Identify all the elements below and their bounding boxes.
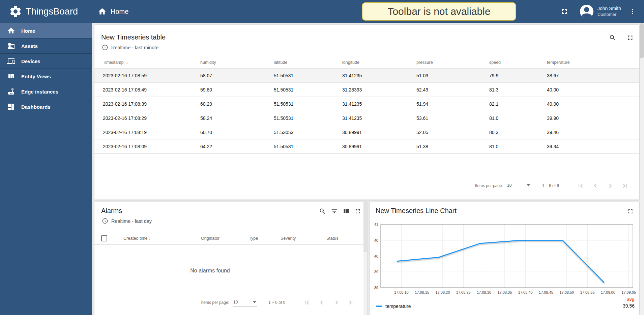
alarms-scrollbar[interactable] <box>363 202 367 315</box>
scrollbar-thumb[interactable] <box>363 202 367 252</box>
table-row[interactable]: 2023-02-16 17:08:5958.0751.5053131.41235… <box>94 69 639 83</box>
last-page-icon <box>347 298 355 307</box>
line-chart-widget: New Timeseries Line Chart 17:08:1017:08:… <box>370 202 639 315</box>
widget-title: New Timeseries table <box>101 33 166 41</box>
next-page-button[interactable] <box>603 179 618 192</box>
table-cell: 2023-02-16 17:08:29 <box>103 115 200 121</box>
y-tick-label: 39 <box>374 270 378 274</box>
filter-button[interactable] <box>331 208 338 215</box>
fullscreen-icon <box>626 34 634 42</box>
table-cell: 2023-02-16 17:08:19 <box>103 130 200 135</box>
table-cell: 39.34 <box>547 144 639 149</box>
column-header-created-time[interactable]: Created time ↓ <box>123 232 151 245</box>
first-page-button[interactable] <box>299 296 314 309</box>
table-cell: 60.70 <box>200 130 274 135</box>
column-header-type[interactable]: Type <box>249 232 258 245</box>
timewindow[interactable]: Realtime - last minute <box>102 44 158 51</box>
table-cell: 52.49 <box>416 87 489 93</box>
more-menu-button[interactable] <box>628 7 637 16</box>
table-cell: 53.61 <box>416 115 489 121</box>
fullscreen-button[interactable] <box>626 34 634 42</box>
column-header-status[interactable]: Status <box>326 232 338 245</box>
alarms-widget: Alarms Realtime - last day Created time … <box>94 202 367 315</box>
previous-page-icon <box>591 182 599 190</box>
column-header-latitude[interactable]: latitude <box>274 60 342 65</box>
previous-page-button[interactable] <box>314 296 329 309</box>
timewindow[interactable]: Realtime - last day <box>102 218 152 224</box>
thingsboard-logo-icon <box>9 5 22 18</box>
select-all-checkbox[interactable] <box>101 235 107 241</box>
search-button[interactable] <box>319 208 326 215</box>
table-cell: 51.94 <box>416 101 489 107</box>
last-page-icon <box>621 182 629 190</box>
table-paginator: Items per page: 10 1 – 6 of 6 <box>94 176 639 195</box>
table-row[interactable]: 2023-02-16 17:08:4959.8051.5053131.28393… <box>94 83 639 97</box>
next-page-button[interactable] <box>329 296 344 309</box>
table-cell: 31.41235 <box>342 101 416 107</box>
sidebar-item-assets[interactable]: Assets <box>0 38 92 53</box>
column-header-speed[interactable]: speed <box>489 60 547 65</box>
y-tick-label: 40 <box>374 254 378 258</box>
table-row[interactable]: 2023-02-16 17:08:2958.2451.5053131.41235… <box>94 111 639 125</box>
columns-button[interactable] <box>343 208 350 215</box>
column-header-pressure[interactable]: pressure <box>416 60 489 65</box>
table-cell: 52.05 <box>416 130 489 135</box>
avatar[interactable] <box>580 5 593 18</box>
legend-avg-header: avg <box>627 297 635 302</box>
items-per-page-select[interactable]: 10 <box>506 181 531 190</box>
sidebar-item-edge-instances[interactable]: Edge instances <box>0 84 92 99</box>
table-cell: 51.50531 <box>274 73 342 78</box>
first-page-button[interactable] <box>573 179 588 192</box>
legend-series-temperature[interactable]: temperature <box>376 304 411 309</box>
sidebar-item-label: Entity Views <box>21 74 51 79</box>
thingsboard-app: ThingsBoard HomeAssetsDevicesEntity View… <box>0 0 644 315</box>
table-cell: 51.50531 <box>274 101 342 107</box>
y-tick-label: 39 <box>374 286 378 290</box>
sort-desc-icon: ↓ <box>126 60 128 65</box>
table-row[interactable]: 2023-02-16 17:08:1960.7051.5305330.89991… <box>94 125 639 139</box>
search-button[interactable] <box>609 34 616 42</box>
sidebar-item-label: Dashboards <box>21 104 51 110</box>
column-header-temperature[interactable]: temperature <box>547 60 639 65</box>
table-cell: 81.3 <box>489 87 547 93</box>
logo: ThingsBoard <box>0 0 92 23</box>
sidebar-item-dashboards[interactable]: Dashboards <box>0 99 92 114</box>
column-header-severity[interactable]: Severity <box>281 232 296 245</box>
page-title: Home <box>111 8 128 16</box>
toolbar-unavailable-banner: Toolbar is not avaliable <box>362 2 516 21</box>
column-header-timestamp[interactable]: Timestamp↓ <box>103 60 200 65</box>
table-cell: 51.50531 <box>274 87 342 93</box>
table-row[interactable]: 2023-02-16 17:08:3960.2951.5053131.41235… <box>94 97 639 111</box>
column-header-longitude[interactable]: longitude <box>342 60 416 65</box>
last-page-button[interactable] <box>618 179 633 192</box>
fullscreen-button[interactable] <box>354 208 361 215</box>
items-per-page-select[interactable]: 10 <box>233 298 257 307</box>
user-role: Customer <box>597 12 621 17</box>
sidebar-item-entity-views[interactable]: Entity Views <box>0 69 92 84</box>
alarms-header-row: Created time ↓OriginatorTypeSeverityStat… <box>94 232 363 245</box>
scrollbar-thumb[interactable] <box>640 23 644 58</box>
first-page-icon <box>303 298 311 307</box>
last-page-button[interactable] <box>344 296 359 309</box>
app-title: ThingsBoard <box>26 6 78 17</box>
table-cell: 64.22 <box>200 144 274 149</box>
table-cell: 51.38 <box>416 144 489 149</box>
x-tick-label: 17:08:30 <box>477 290 491 294</box>
legend-avg-value: 39.56 <box>623 303 635 309</box>
search-icon <box>319 208 326 215</box>
user-block[interactable]: John Smith Customer <box>597 6 621 17</box>
page-scrollbar[interactable] <box>640 23 644 315</box>
x-tick-label: 17:08:45 <box>539 290 553 294</box>
column-header-originator[interactable]: Originator <box>201 232 219 245</box>
column-header-humidity[interactable]: humidity <box>200 60 274 65</box>
home-icon <box>98 7 107 16</box>
series-color-swatch <box>376 306 382 307</box>
x-tick-label: 17:08:40 <box>518 290 533 294</box>
sidebar-item-devices[interactable]: Devices <box>0 53 92 69</box>
previous-page-button[interactable] <box>588 179 603 192</box>
sidebar-item-home[interactable]: Home <box>0 23 92 38</box>
table-row[interactable]: 2023-02-16 17:08:0964.2251.5053130.89991… <box>94 139 639 154</box>
table-cell: 2023-02-16 17:08:49 <box>103 87 200 93</box>
table-cell: 80.3 <box>489 130 547 135</box>
fullscreen-button[interactable] <box>560 7 568 16</box>
